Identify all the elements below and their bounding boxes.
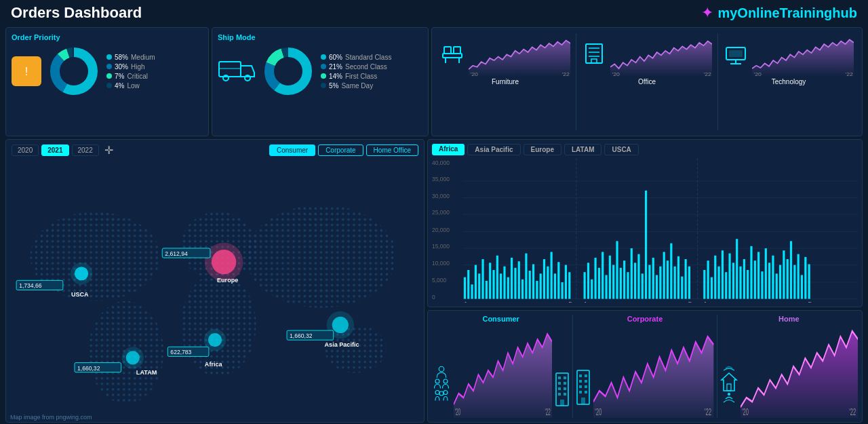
- segment-corporate-btn[interactable]: Corporate: [318, 144, 363, 156]
- svg-text:1,660,32: 1,660,32: [77, 365, 100, 372]
- tab-africa[interactable]: Africa: [432, 144, 465, 155]
- critical-dot: [106, 73, 112, 79]
- bottom-charts-panel: Consumer: [427, 310, 863, 423]
- svg-rect-153: [718, 267, 720, 299]
- svg-text:J: J: [584, 301, 587, 303]
- svg-rect-161: [747, 270, 749, 299]
- svg-text:'22: '22: [846, 71, 854, 77]
- order-priority-title: Order Priority: [12, 33, 203, 41]
- svg-rect-195: [558, 382, 561, 385]
- map-note: Map image from pngwing.com: [10, 414, 92, 421]
- svg-rect-92: [496, 256, 498, 299]
- svg-rect-31: [729, 50, 743, 57]
- svg-text:622,783: 622,783: [170, 349, 191, 355]
- tab-asia-pacific[interactable]: Asia Pacific: [467, 144, 520, 155]
- svg-rect-207: [579, 385, 582, 388]
- svg-text:10,000: 10,000: [432, 260, 450, 267]
- svg-rect-163: [754, 261, 756, 298]
- home-area-chart: '20 '22: [741, 323, 858, 418]
- segment-homeoffice-btn[interactable]: Home Office: [366, 144, 418, 156]
- svg-rect-197: [558, 387, 561, 390]
- svg-rect-176: [801, 275, 803, 298]
- svg-rect-149: [703, 270, 705, 299]
- svg-rect-164: [757, 252, 760, 298]
- cursor-icon: ✛: [104, 144, 113, 157]
- svg-text:'20: '20: [471, 71, 479, 77]
- priority-icon: !: [12, 56, 41, 86]
- order-priority-legend: 58% Medium 30% High 7% Critical: [106, 54, 155, 90]
- svg-rect-128: [627, 272, 629, 298]
- svg-rect-117: [587, 263, 589, 298]
- furniture-chart: '20 '22: [469, 36, 570, 77]
- svg-rect-136: [656, 275, 658, 298]
- bar-chart-svg: 0 5,000 10,000 15,000 20,000 25,000 30,0…: [432, 158, 858, 303]
- legend-item-high: 30% High: [106, 63, 155, 71]
- year-2021-btn[interactable]: 2021: [41, 144, 68, 156]
- consumer-area-chart: '20 '22: [454, 323, 552, 418]
- svg-rect-170: [779, 265, 781, 299]
- ship-mode-legend: 60% Standard Class 21% Second Class 14% …: [321, 54, 391, 90]
- svg-rect-125: [616, 241, 618, 298]
- svg-rect-151: [711, 277, 713, 299]
- logo: ✦ myOnlineTraininghub: [701, 4, 857, 22]
- svg-rect-98: [518, 261, 520, 298]
- svg-text:D: D: [808, 301, 812, 303]
- svg-text:'22: '22: [545, 406, 550, 417]
- segment-consumer-btn[interactable]: Consumer: [269, 144, 315, 156]
- logo-text: myOnlineTraininghub: [717, 5, 857, 21]
- svg-text:J: J: [703, 301, 706, 303]
- low-pct: 4%: [115, 82, 124, 90]
- tab-usca[interactable]: USCA: [604, 144, 638, 155]
- technology-icon: [724, 43, 748, 69]
- tab-europe[interactable]: Europe: [524, 144, 561, 155]
- corporate-icon: [576, 365, 591, 418]
- priority-content: !: [12, 44, 203, 98]
- svg-text:'20: '20: [754, 71, 762, 77]
- svg-rect-198: [564, 387, 566, 390]
- technology-sparkline: '20 '22 Technology: [721, 33, 856, 130]
- critical-label: Critical: [127, 73, 148, 80]
- map-panel: 2020 2021 2022 ✛ Consumer Corporate Home…: [5, 139, 425, 423]
- tab-latam[interactable]: LATAM: [564, 144, 602, 155]
- consumer-chart-title: Consumer: [432, 315, 570, 323]
- svg-rect-145: [688, 267, 690, 299]
- year-2022-btn[interactable]: 2022: [72, 144, 99, 156]
- divider-2: [717, 315, 717, 418]
- main-row: 2020 2021 2022 ✛ Consumer Corporate Home…: [0, 138, 868, 424]
- svg-rect-156: [728, 253, 730, 298]
- high-pct: 30%: [115, 63, 128, 71]
- svg-rect-16: [454, 47, 460, 54]
- furniture-label: Furniture: [492, 78, 519, 85]
- svg-text:'22: '22: [705, 407, 711, 417]
- svg-rect-104: [540, 273, 542, 298]
- svg-point-184: [439, 366, 444, 372]
- svg-rect-155: [725, 272, 727, 298]
- svg-rect-168: [772, 256, 774, 299]
- medium-dot: [106, 54, 112, 60]
- svg-point-215: [728, 393, 730, 396]
- svg-point-39: [245, 205, 396, 307]
- svg-rect-135: [652, 258, 654, 299]
- svg-text:35,000: 35,000: [432, 176, 450, 182]
- dashboard: Orders Dashboard ✦ myOnlineTraininghub O…: [0, 0, 868, 424]
- svg-rect-97: [514, 268, 516, 299]
- ship-mode-content: 60% Standard Class 21% Second Class 14% …: [218, 44, 422, 98]
- medium-label: Medium: [131, 54, 155, 61]
- svg-text:40,000: 40,000: [432, 159, 450, 166]
- corporate-chart-content: '20 '22: [576, 323, 713, 418]
- home-chart-title: Home: [720, 315, 858, 323]
- svg-rect-204: [585, 374, 587, 377]
- svg-rect-174: [793, 265, 795, 299]
- svg-text:30,000: 30,000: [432, 193, 450, 199]
- year-2020-btn[interactable]: 2020: [12, 144, 39, 156]
- sparklines-panel: '20 '22 Furniture: [431, 27, 863, 136]
- consumer-segment-chart: Consumer: [432, 315, 570, 418]
- svg-rect-108: [554, 273, 556, 298]
- svg-point-187: [435, 391, 439, 395]
- svg-rect-90: [489, 263, 491, 298]
- svg-text:1,660,32: 1,660,32: [290, 332, 313, 339]
- ship-mode-donut: [261, 44, 315, 98]
- region-tabs: Africa Asia Pacific Europe LATAM USCA: [432, 144, 858, 155]
- svg-rect-178: [808, 264, 810, 298]
- svg-text:Asia Pacific: Asia Pacific: [325, 341, 359, 348]
